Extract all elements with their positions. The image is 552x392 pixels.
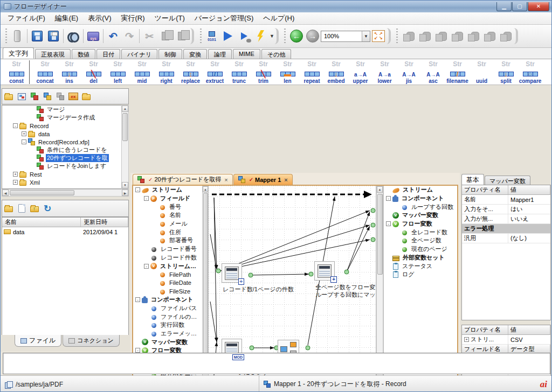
doc-tab-flow[interactable]: ✓ 20件ずつレコードを取得 × — [133, 174, 233, 185]
mapper-input-item[interactable]: 名前 — [133, 211, 202, 220]
mapper-output-item[interactable]: 全ページ数 — [384, 236, 457, 245]
mapper-input-item[interactable]: レコード件数 — [133, 254, 202, 262]
project-tree-hscrollbar[interactable]: ◀ ▶ — [2, 189, 129, 197]
mapper-output-item[interactable]: - フロー変数 — [384, 220, 457, 228]
palette-tab[interactable]: 論理 — [208, 49, 232, 59]
column-date[interactable]: 更新日時 — [81, 218, 128, 227]
project-tree-item[interactable]: マージデータ作成 — [2, 114, 121, 122]
scroll-up-arrow[interactable]: ▲ — [377, 186, 383, 193]
mapper-input-item[interactable]: - フィールド — [133, 194, 202, 203]
mapper-input-item[interactable]: ファイルパス — [133, 304, 202, 313]
close-tab-icon[interactable]: × — [224, 177, 227, 183]
tree-expander[interactable]: - — [386, 196, 391, 201]
system-variables-button[interactable]: sys — [85, 28, 101, 44]
mapper-output-item[interactable]: 現在のページ — [384, 245, 457, 254]
property-row[interactable]: 名前 Mapper1 — [462, 195, 550, 205]
flow-tools-button[interactable] — [54, 90, 67, 103]
property-value[interactable]: Mapper1 — [508, 197, 550, 203]
toolbar-grip[interactable] — [4, 29, 8, 44]
project-tree-item[interactable]: + data — [2, 130, 121, 138]
minimize-button[interactable]: ▁ — [496, 2, 512, 11]
file-row[interactable]: data 2012/09/04 1 — [2, 227, 128, 236]
archive-button[interactable] — [80, 90, 93, 103]
tree-expander[interactable]: + — [22, 131, 26, 136]
palette-tab[interactable]: 正規表現 — [35, 49, 71, 59]
new-mapper-button[interactable] — [41, 90, 54, 103]
mapper-input-item[interactable]: FilePath — [133, 270, 202, 279]
redo-button[interactable]: ↷ — [121, 28, 137, 44]
palette-item[interactable]: Str / extruct — [203, 60, 227, 84]
find-button[interactable] — [65, 28, 81, 44]
new-resource-button[interactable] — [9, 28, 25, 44]
mapper-output-item[interactable]: - コンポーネント — [384, 194, 457, 203]
property-value[interactable]: (なし) — [508, 234, 550, 242]
project-tree-item[interactable]: - Record — [2, 122, 121, 130]
palette-item[interactable]: Str const — [4, 60, 30, 84]
palette-item[interactable]: Str trunc — [227, 60, 251, 84]
tab-connections[interactable]: コネクション — [63, 335, 120, 347]
db-tool-button-2[interactable] — [417, 28, 433, 44]
db-tool-button-1[interactable] — [401, 28, 417, 44]
palette-item[interactable]: Str ○ compare — [518, 60, 542, 84]
paste-button[interactable] — [174, 28, 190, 44]
stream-value[interactable]: CSV — [508, 337, 550, 343]
save-button[interactable] — [29, 28, 45, 44]
run-dropdown-arrow[interactable]: ▼ — [270, 33, 274, 39]
palette-tab[interactable]: バイナリ — [121, 49, 157, 59]
tree-expander[interactable]: - — [135, 187, 140, 192]
row-expander[interactable]: + — [464, 337, 469, 342]
palette-item[interactable]: Str repeat — [300, 60, 324, 84]
column-property-name[interactable]: プロパティ名 — [462, 185, 508, 194]
palette-item[interactable]: Str ↓ embed — [324, 60, 348, 84]
new-form-button[interactable] — [15, 90, 28, 103]
scroll-left-arrow[interactable]: ◀ — [2, 190, 9, 196]
fit-to-window-button[interactable]: ↖ ↗↙ ↘ — [370, 28, 387, 44]
property-value[interactable]: いいえ — [508, 215, 550, 223]
scroll-up-arrow[interactable]: ▲ — [122, 106, 128, 112]
tree-expander[interactable]: - — [135, 297, 140, 302]
menu-item[interactable]: ファイル(F) — [3, 12, 50, 24]
mapper-output-item[interactable]: ループする回数 — [384, 202, 457, 211]
menu-item[interactable]: 表示(V) — [83, 12, 116, 24]
mapper-input-item[interactable]: - コンポーネント — [133, 296, 202, 304]
db-tool-button-3[interactable] — [433, 28, 449, 44]
db-tool-button-7[interactable] — [498, 28, 514, 44]
property-row[interactable]: エラー処理 — [462, 224, 550, 234]
palette-item[interactable]: Str uuid — [470, 60, 494, 84]
palette-item[interactable]: Str ▬ len — [275, 60, 300, 84]
mapper-input-item[interactable]: FileDate — [133, 279, 202, 288]
tree-expander[interactable]: + — [13, 172, 18, 177]
run-button[interactable] — [220, 28, 236, 44]
palette-item[interactable]: Str A→A asc — [421, 60, 445, 84]
undo-button[interactable]: ↶ — [105, 28, 121, 44]
db-tool-button-5[interactable] — [465, 28, 481, 44]
property-row[interactable]: 汎用 (なし) — [462, 234, 550, 243]
mapper-output-item[interactable]: ログ — [384, 270, 457, 279]
palette-item[interactable]: Str A→A jis — [397, 60, 421, 84]
palette-item[interactable]: Str concat — [33, 60, 57, 84]
palette-item[interactable]: Str left — [106, 60, 130, 84]
project-tree-vscrollbar[interactable]: ▲ ▼ — [121, 105, 129, 189]
close-tab-icon[interactable]: × — [284, 177, 287, 183]
palette-item[interactable]: Str ╲ trim — [251, 60, 275, 84]
debug-run-button[interactable] — [236, 28, 252, 44]
forward-button[interactable]: → — [305, 28, 321, 44]
db-tool-button-4[interactable] — [449, 28, 465, 44]
copy-button[interactable] — [157, 28, 174, 44]
mapper-output-item[interactable]: 全レコード数 — [384, 228, 457, 236]
tree-expander[interactable]: - — [144, 196, 149, 201]
palette-tab[interactable]: その他 — [261, 49, 292, 59]
palette-item[interactable]: Str / filename — [445, 60, 470, 84]
zoom-dropdown-arrow[interactable]: ▼ — [362, 31, 370, 41]
palette-item[interactable]: Str a→A upper — [348, 60, 372, 84]
scroll-thumb[interactable] — [122, 113, 128, 141]
menu-item[interactable]: ツール(T) — [150, 12, 190, 24]
project-tree-item[interactable]: + Rest — [2, 170, 121, 178]
menu-item[interactable]: 実行(R) — [116, 12, 150, 24]
mapper-output-item[interactable]: マッパー変数 — [384, 211, 457, 220]
column-property-name[interactable]: プロパティ名 — [462, 325, 508, 334]
upload-folder-button[interactable] — [28, 202, 41, 215]
scroll-thumb[interactable] — [377, 194, 383, 275]
palette-item[interactable]: Str A→a lower — [372, 60, 397, 84]
palette-tab[interactable]: 日付 — [96, 49, 120, 59]
